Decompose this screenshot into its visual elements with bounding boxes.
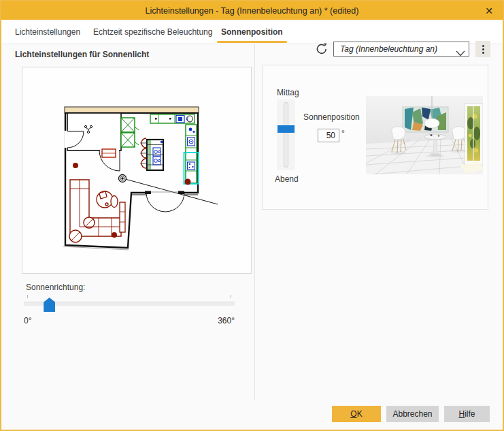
floor-plan-image [22, 67, 251, 273]
scale-min-label: 0° [24, 316, 31, 325]
cancel-button[interactable]: Abbrechen [386, 406, 439, 422]
slider-tick-right [231, 295, 231, 298]
slider-bottom-label: Abend [275, 174, 299, 184]
scale-max-label: 360° [218, 316, 235, 325]
sun-position-panel: Mittag Abend Sonnenposition ° [262, 65, 488, 210]
chevron-down-icon [456, 47, 465, 59]
preset-dropdown-value: Tag (Innenbeleuchtung an) [340, 44, 437, 54]
sun-direction-slider[interactable] [24, 293, 235, 313]
tab-sonnenposition[interactable]: Sonnenposition [221, 20, 283, 44]
tab-echtzeit-beleuchtung[interactable]: Echtzeit spezifische Beleuchtung [93, 20, 212, 44]
ok-button[interactable]: OK [332, 406, 381, 422]
sun-position-slider[interactable] [277, 99, 295, 170]
sun-position-slider-track[interactable] [284, 102, 288, 167]
section-header: Lichteinstellungen für Sonnenlicht [15, 50, 149, 59]
help-button[interactable]: Hilfe [444, 406, 490, 422]
slider-top-label: Mittag [277, 88, 299, 97]
degree-unit-label: ° [341, 129, 345, 138]
sun-direction-slider-track[interactable] [24, 302, 235, 306]
close-icon[interactable]: ✕ [482, 4, 496, 18]
kebab-menu-icon[interactable] [475, 41, 490, 57]
sun-position-label: Sonnenposition [303, 112, 360, 122]
panel-divider [254, 44, 255, 400]
sun-direction-label: Sonnenrichtung: [26, 283, 85, 292]
sun-direction-slider-handle[interactable] [44, 298, 55, 312]
dialog-title: Lichteinstellungen - Tag (Innenbeleuchtu… [146, 6, 359, 16]
light-settings-dialog: Lichteinstellungen - Tag (Innenbeleuchtu… [0, 0, 504, 431]
sun-direction-scale: 0° 360° [24, 316, 235, 325]
tab-bar: Lichteinstellungen Echtzeit spezifische … [1, 20, 503, 44]
sun-position-slider-handle[interactable] [278, 125, 295, 133]
titlebar[interactable]: Lichteinstellungen - Tag (Innenbeleuchtu… [1, 1, 503, 20]
tab-lichteinstellungen[interactable]: Lichteinstellungen [15, 20, 80, 44]
refresh-icon[interactable] [314, 42, 329, 56]
room-preview-image [366, 96, 483, 174]
slider-tick-left [27, 295, 28, 298]
sun-position-input[interactable] [318, 129, 339, 142]
floor-plan-preview [22, 67, 252, 274]
preset-dropdown[interactable]: Tag (Innenbeleuchtung an) [333, 42, 469, 57]
